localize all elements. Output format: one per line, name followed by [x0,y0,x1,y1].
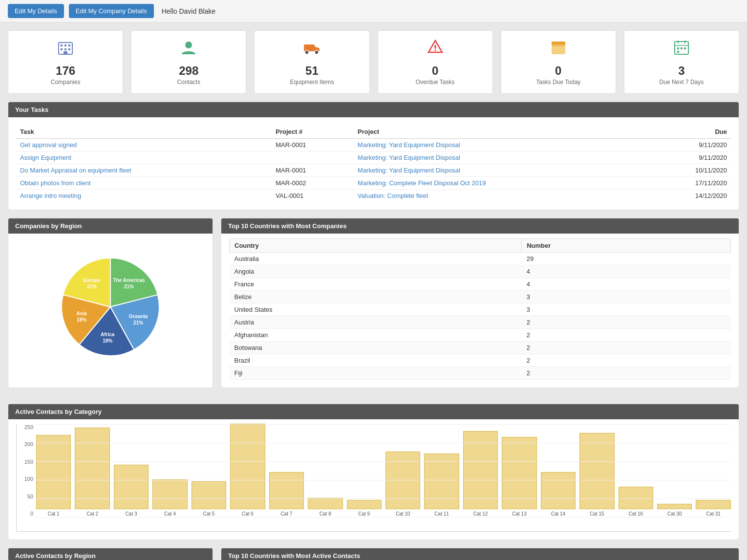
country-name: Austria [230,316,522,329]
pie-container: The Americas21%Oceania21%Africa19%Asia18… [8,234,213,380]
bar-label: Cat 14 [551,511,565,517]
task-project-num: VAL-0001 [272,190,354,202]
country-name: Fiji [230,367,522,380]
task-project: Marketing: Yard Equipment Disposal [354,151,646,164]
task-link[interactable]: Get approval signed [20,141,77,149]
contacts-icon [180,39,197,60]
task-due: 17/11/2020 [646,177,731,190]
due_7days-number: 3 [678,64,684,78]
edit-my-details-button[interactable]: Edit My Details [8,4,64,18]
stat-card-due_7days: 3 Due Next 7 Days [624,30,739,94]
due_7days-label: Due Next 7 Days [660,79,704,86]
bar-label: Cat 7 [280,511,292,517]
bar-group: Cat 3 [114,465,149,517]
y-axis-label: 150 [24,459,33,465]
project-link[interactable]: Marketing: Complete Fleet Disposal Oct 2… [358,179,486,187]
task-due: 14/12/2020 [646,190,731,202]
bar [385,452,420,509]
task-link[interactable]: Obtain photos from client [20,179,91,187]
project-link[interactable]: Valuation: Complete fleet [358,192,428,199]
svg-rect-3 [68,44,70,46]
bottom-row: Active Contacts by Region Top 10 Countri… [8,548,739,560]
grid-line [36,480,731,480]
task-project: Marketing: Yard Equipment Disposal [354,164,646,177]
bar-label: Cat 6 [242,511,254,517]
edit-my-company-button[interactable]: Edit My Company Details [69,4,154,18]
overdue-label: Overdue Tasks [416,79,455,86]
col-number: Number [522,239,731,253]
overdue-number: 0 [432,64,438,78]
bar [269,472,304,509]
svg-rect-24 [677,51,679,53]
stat-card-companies: 176 Companies [8,30,123,94]
country-number: 29 [522,253,731,265]
bar [424,453,459,509]
task-due: 9/11/2020 [646,151,731,164]
stat-card-equipment: 51 Equipment Items [254,30,369,94]
bar-group: Cat 11 [424,453,459,517]
task-project-num: MAR-0001 [272,139,354,151]
y-axis-label: 50 [27,494,33,499]
bar-group: Cat 6 [230,424,265,517]
table-row: Arrange intro meeting VAL-0001 Valuation… [16,190,731,202]
bar-label: Cat 30 [667,511,682,517]
task-link[interactable]: Do Market Appraisal on equipment fleet [20,167,131,174]
project-link[interactable]: Marketing: Yard Equipment Disposal [358,167,460,174]
bar-label: Cat 9 [358,511,370,517]
list-item: Afghanistan 2 [230,329,731,342]
svg-rect-1 [61,44,63,46]
main-content: 176 Companies 298 Contacts 51 Equipment … [0,22,747,560]
svg-rect-16 [552,44,565,46]
contacts-number: 298 [179,64,198,78]
country-name: Angola [230,265,522,278]
bar [308,498,342,509]
task-link[interactable]: Assign Equipment [20,154,71,161]
equipment-label: Equipment Items [290,79,334,86]
bar [657,504,692,509]
bar [696,500,730,509]
bar-label: Cat 31 [706,511,720,517]
table-row: Obtain photos from client MAR-0002 Marke… [16,177,731,190]
col-project: Project [354,125,646,139]
pie-panel: Companies by Region The Americas21%Ocean… [8,218,213,388]
bar [230,424,265,509]
bar [541,472,576,509]
stat-card-due_today: 0 Tasks Due Today [501,30,616,94]
equipment-number: 51 [305,64,319,78]
country-name: United States [230,303,522,316]
col-task: Task [16,125,272,139]
y-axis-labels: 250200150100500 [17,424,35,517]
bar-group: Cat 7 [269,472,304,517]
bar-group: Cat 12 [463,431,498,517]
bar-chart-container: 250200150100500 Cat 1 Cat 2 Cat 3 Cat 4 … [8,419,739,539]
table-row: Get approval signed MAR-0001 Marketing: … [16,139,731,151]
bar-label: Cat 11 [434,511,448,517]
svg-point-12 [315,50,319,54]
grid-line [36,517,731,517]
companies-number: 176 [56,64,75,78]
bar-label: Cat 4 [164,511,176,517]
bottom-right-panel: Top 10 Countries with Most Active Contac… [221,548,739,560]
companies-icon [57,39,74,60]
project-link[interactable]: Marketing: Yard Equipment Disposal [358,154,460,161]
task-project-num: MAR-0001 [272,164,354,177]
bar [579,433,614,509]
bar-label: Cat 1 [48,511,60,517]
task-link[interactable]: Arrange intro meeting [20,192,81,199]
project-link[interactable]: Marketing: Yard Equipment Disposal [358,141,460,149]
y-axis-label: 200 [24,441,33,447]
bottom-left-panel: Active Contacts by Region [8,548,213,560]
countries-panel: Top 10 Countries with Most Companies Cou… [221,218,739,388]
svg-rect-23 [684,47,686,49]
bar-label: Cat 5 [203,511,215,517]
country-number: 2 [522,342,731,354]
due_today-icon [550,39,567,60]
bar [75,428,109,509]
task-project: Valuation: Complete fleet [354,190,646,202]
tasks-table: Task Project # Project Due Get approval … [16,125,731,202]
svg-rect-6 [68,48,70,50]
country-name: Afghanistan [230,329,522,342]
list-item: Australia 29 [230,253,731,265]
y-axis-label: 0 [30,511,33,517]
bar-label: Cat 13 [512,511,526,517]
